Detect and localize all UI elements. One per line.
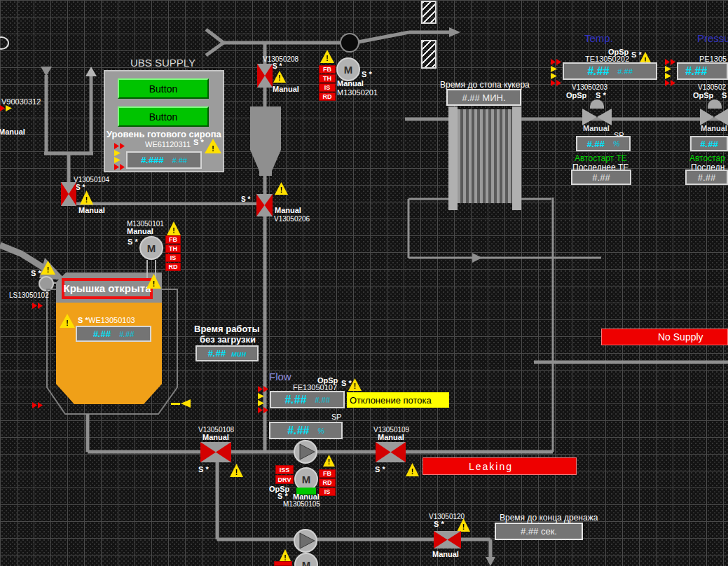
motor-tag: M13050105 [283,500,320,509]
valve-v13050120[interactable] [434,531,461,548]
interlock-arrows-icon [0,105,12,111]
valve-v13050206[interactable] [256,194,273,216]
wall-hatch [421,1,437,24]
last-te-display[interactable]: #.## [571,170,631,185]
suppressed-label: S * [198,465,209,474]
no-supply-alarm: No Supply [601,329,728,345]
suppressed-label: S * [277,492,288,501]
valve-v13050109[interactable] [376,442,406,462]
valve-v13050203[interactable] [582,109,612,125]
flow-arrow-icon [472,253,482,263]
sp-label: SP [331,413,342,422]
level-label: Уровень готового сиропа [107,130,221,140]
temp-display[interactable]: #.###.## [563,62,657,80]
flow-deviation-alarm: Отклонение потока [347,392,449,408]
flow-dash [171,403,180,405]
motor-tag: M13050201 [337,88,378,97]
suppressed-label: S * [434,520,444,529]
vent-arrow-icon [85,67,97,76]
interlock-arrows-icon [32,303,43,309]
interlock-arrows-icon [114,143,125,170]
suppressed-label: S * [631,50,642,60]
weight-tag: WE13050103 [88,316,135,325]
hmi-screen: V90030312 Manual UBS SUPPLY Button Butto… [0,0,728,566]
valve-v13050208[interactable] [257,64,273,88]
valve-tag: V13050203 [572,83,607,92]
valve-v13050202[interactable] [700,109,728,125]
valve-output-display[interactable]: #.##% [576,136,631,151]
suppressed-label: S * [241,195,250,204]
valve-tag: V130502 [698,83,726,92]
suppressed-label: S * [375,465,385,474]
flag-th: TH [319,74,336,83]
hopper-cone [250,150,281,171]
ubs-button-1[interactable]: Button [118,78,209,99]
cooker-stop-display[interactable]: #.## МИН. [446,89,521,106]
motor-m13050201[interactable]: M [336,57,360,81]
idle-display[interactable]: #.##мин [195,345,259,361]
suppressed-label: S * [273,62,282,71]
flag-iss: ISS [275,465,294,474]
valve-v13050108[interactable] [200,442,231,462]
suppressed-label: S * [362,70,372,79]
flag-fb: FB [165,235,181,244]
heat-exchanger-plate [448,106,458,210]
suppressed-label: S * [78,316,88,325]
valve-tag: V13050104 [74,176,109,184]
flow-arrow-icon [449,27,460,37]
valve-mode-label: Manual [378,433,404,442]
flag-is: IS [319,488,336,496]
weight-display[interactable]: #.###.## [76,326,151,342]
flag-is: IS [165,254,181,262]
motor-mode-label: Manual [337,79,364,88]
flag-rd: RD [319,478,336,487]
suppressed-label: S * [596,91,606,100]
flag-rd: RD [319,92,336,101]
drain-display[interactable]: #.## сек. [495,523,583,540]
idle-label: Время работы [194,324,260,335]
motor-m13050101[interactable]: M [139,236,163,260]
valve-v13050104[interactable] [61,182,76,206]
lid-open-alarm: Крышка открыта [62,278,153,299]
valve-output-display[interactable]: #.## [690,136,728,151]
valve-mode-label: Manual [432,550,459,559]
idle-label: без загрузки [200,335,256,345]
interlock-arrows-icon [32,402,43,408]
flag-rd: RD [165,263,181,271]
ubs-button-2[interactable]: Button [118,106,209,127]
suppressed-label: S * [76,184,85,192]
flag-th: TH [165,244,181,253]
drain-arrow-icon [486,557,495,566]
valve-mode-label: Manual [273,85,299,94]
opsp-label: OpSp [693,91,713,100]
interlock-arrows-icon [258,386,268,413]
motor-mode-label: Manual [127,227,153,236]
panel-title: UBS SUPPLY [130,57,195,69]
hopper-body [250,106,281,150]
heat-exchanger[interactable] [458,109,512,203]
interlock-arrows-icon [551,59,561,86]
interlock-arrows-icon [665,59,675,86]
suppressed-label: S * [128,237,138,247]
flag-fb: FB [319,469,336,478]
flow-display[interactable]: #.###.## [270,391,345,408]
valve-tag: V13050206 [274,215,310,223]
valve-mode-label: Manual [0,127,25,137]
flow-sp-display[interactable]: #.##% [269,422,343,439]
flag-is: IS [319,83,336,92]
suppressed-label: S * [722,91,728,100]
flag-drv: DRV [275,475,294,484]
opsp-label: OpSp [566,91,586,100]
last-display[interactable]: #.## [685,170,728,185]
pressure-display[interactable]: #.## [677,62,728,80]
valve-actuator [708,99,722,109]
heat-exchanger-plate [512,106,521,210]
valve-mode-label: Manual [202,433,229,442]
level-display[interactable]: #.####.## [126,151,202,169]
valve-mode-label: Manual [78,206,105,215]
section-title-temp: Temp. [584,32,613,44]
flag-clipped [274,561,292,566]
leaking-alarm: Leaking [423,457,577,475]
flag-fb: FB [319,65,336,74]
switch-tag: LS13050102 [9,291,49,300]
